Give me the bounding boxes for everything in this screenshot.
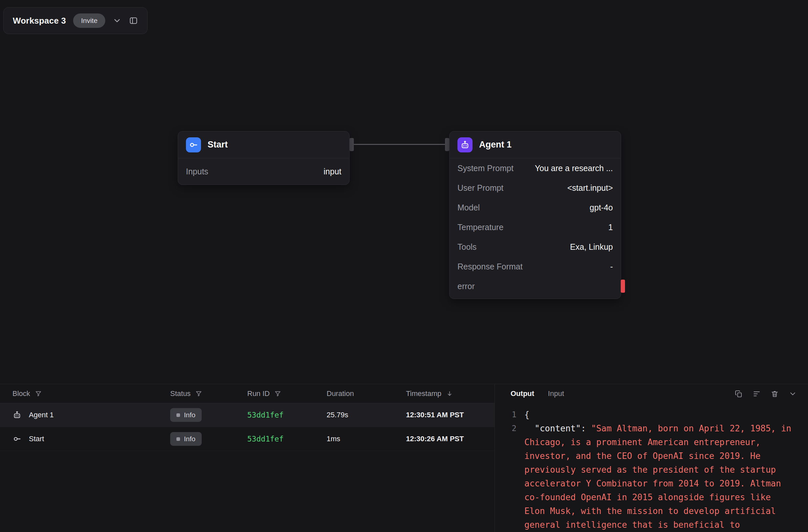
duration: 25.79s [327, 411, 406, 419]
trash-icon[interactable] [771, 390, 779, 398]
row-label: error [457, 282, 475, 291]
row-value: Exa, Linkup [570, 242, 613, 252]
column-label: Run ID [247, 390, 270, 398]
robot-icon [13, 411, 22, 420]
json-separator: : [581, 423, 591, 433]
tab-output[interactable]: Output [511, 390, 534, 398]
start-output-port[interactable] [350, 138, 354, 151]
key-icon [13, 434, 22, 443]
status-cell: Info [170, 408, 247, 422]
agent-node[interactable]: Agent 1 System Prompt You are a research… [449, 131, 621, 299]
block-name: Start [29, 435, 44, 443]
run-table: Block Status Run ID Duration Timestamp [0, 384, 495, 532]
start-row-inputs[interactable]: Inputs input [178, 158, 349, 185]
status-dot-icon [177, 437, 180, 441]
code-line-2: "content": "Sam Altman, born on April 22… [524, 421, 795, 532]
filter-icon[interactable] [195, 390, 202, 397]
table-header: Block Status Run ID Duration Timestamp [0, 384, 495, 403]
status-label: Info [184, 435, 196, 443]
column-label: Duration [327, 390, 354, 398]
row-value: <start.input> [567, 183, 613, 193]
json-key: "content" [534, 423, 581, 433]
chevron-down-icon[interactable] [112, 16, 122, 25]
output-panel-header: Output Input [495, 384, 808, 403]
row-label: System Prompt [457, 164, 514, 173]
status-badge[interactable]: Info [170, 408, 202, 422]
output-json-view[interactable]: 1 2 { "content": "Sam Altman, born on Ap… [495, 403, 808, 532]
status-cell: Info [170, 432, 247, 446]
output-panel: Output Input 1 2 [495, 384, 808, 532]
row-value: gpt-4o [590, 203, 613, 212]
text-lines-icon[interactable] [753, 390, 761, 398]
copy-icon[interactable] [735, 390, 743, 398]
column-label: Status [170, 390, 190, 398]
sidebar-toggle-icon[interactable] [129, 16, 138, 25]
workspace-title[interactable]: Workspace 3 [13, 16, 66, 26]
row-value: 1 [608, 223, 613, 232]
column-label: Block [13, 390, 30, 398]
agent-node-header[interactable]: Agent 1 [449, 131, 621, 158]
invite-button[interactable]: Invite [73, 14, 105, 28]
agent-row-response-format[interactable]: Response Format - [449, 256, 621, 276]
robot-icon [457, 137, 473, 152]
table-row-agent[interactable]: Agent 1 Info 53dd1fef 25.79s 12:30:51 AM… [0, 403, 495, 427]
column-block: Block [13, 390, 170, 398]
timestamp: 12:30:26 AM PST [406, 435, 495, 443]
column-label: Timestamp [406, 390, 441, 398]
status-badge[interactable]: Info [170, 432, 202, 446]
agent-row-temperature[interactable]: Temperature 1 [449, 217, 621, 237]
agent-input-port[interactable] [445, 138, 449, 151]
block-cell: Start [13, 434, 170, 443]
chevron-down-icon[interactable] [789, 390, 797, 398]
agent-error-port[interactable] [621, 280, 625, 293]
start-node[interactable]: Start Inputs input [178, 131, 350, 185]
workspace-bar: Workspace 3 Invite [3, 7, 148, 34]
row-value: You are a research ... [535, 164, 613, 173]
run-id[interactable]: 53dd1fef [247, 435, 327, 443]
block-cell: Agent 1 [13, 411, 170, 420]
tab-input[interactable]: Input [548, 390, 564, 398]
column-duration: Duration [327, 390, 406, 398]
table-row-start[interactable]: Start Info 53dd1fef 1ms 12:30:26 AM PST [0, 427, 495, 451]
status-dot-icon [177, 413, 180, 417]
json-string-value: "Sam Altman, born on April 22, 1985, in … [524, 423, 796, 530]
column-status: Status [170, 390, 247, 398]
column-run-id: Run ID [247, 390, 327, 398]
agent-row-system-prompt[interactable]: System Prompt You are a research ... [449, 158, 621, 178]
output-toolbar [735, 390, 797, 398]
code-line-1: { [524, 408, 795, 421]
line-number: 2 [503, 421, 516, 435]
column-timestamp: Timestamp [406, 390, 495, 398]
row-value: input [324, 167, 342, 176]
agent-row-model[interactable]: Model gpt-4o [449, 198, 621, 217]
row-value: - [610, 262, 613, 271]
row-label: Model [457, 203, 480, 212]
agent-node-title: Agent 1 [479, 140, 512, 150]
block-name: Agent 1 [29, 411, 54, 419]
row-label: Response Format [457, 262, 523, 271]
row-label: Tools [457, 242, 476, 252]
start-key-icon [186, 137, 201, 152]
row-label: Inputs [186, 167, 208, 176]
run-id[interactable]: 53dd1fef [247, 411, 327, 419]
agent-row-tools[interactable]: Tools Exa, Linkup [449, 237, 621, 256]
status-label: Info [184, 411, 196, 419]
line-number-gutter: 1 2 [503, 408, 516, 532]
duration: 1ms [327, 435, 406, 443]
filter-icon[interactable] [35, 390, 42, 397]
filter-icon[interactable] [274, 390, 281, 397]
agent-row-user-prompt[interactable]: User Prompt <start.input> [449, 178, 621, 198]
row-label: User Prompt [457, 183, 503, 193]
start-node-header[interactable]: Start [178, 131, 349, 158]
code-body: { "content": "Sam Altman, born on April … [524, 408, 795, 532]
agent-row-error[interactable]: error [449, 276, 621, 296]
row-label: Temperature [457, 223, 503, 232]
connection-edge [353, 144, 446, 145]
line-number: 1 [503, 408, 516, 421]
timestamp: 12:30:51 AM PST [406, 411, 495, 419]
start-node-title: Start [207, 140, 228, 150]
sort-desc-icon[interactable] [446, 390, 453, 397]
bottom-panel: Block Status Run ID Duration Timestamp [0, 384, 808, 532]
